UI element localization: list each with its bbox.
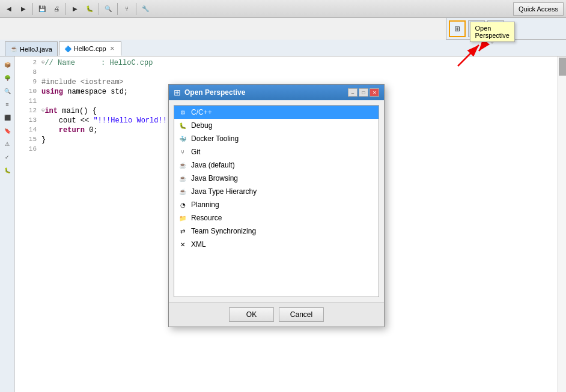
persp-item-label-planning: Planning bbox=[191, 201, 219, 209]
persp-item-label-java_default: Java (default) bbox=[191, 161, 235, 169]
persp-item-icon-java_default: ☕ bbox=[178, 160, 187, 170]
dialog-minimize-button[interactable]: – bbox=[348, 88, 358, 97]
open-perspective-dialog[interactable]: ⊞ Open Perspective – □ ✕ ⚙C/C++🐛Debug🐳Do… bbox=[168, 84, 385, 327]
tab-helloc[interactable]: 🔷 HelloC.cpp ✕ bbox=[59, 41, 121, 56]
sidebar-icon-hierarchy[interactable]: 🌳 bbox=[1, 72, 13, 84]
toolbar-btn-tools[interactable]: 🔧 bbox=[139, 2, 152, 16]
dialog-title: Open Perspective bbox=[184, 88, 245, 97]
quick-access-button[interactable]: Quick Access bbox=[513, 2, 564, 16]
tab-bar: ☕ HelloJ.java 🔷 HelloC.cpp ✕ bbox=[0, 40, 566, 56]
open-perspective-tooltip: Open Perspective bbox=[470, 22, 515, 42]
sidebar-icon-search[interactable]: 🔍 bbox=[1, 85, 13, 97]
line-2: 2 ⊕ // Name : HelloC.cpp bbox=[20, 59, 553, 68]
sidebar-icon-tasks[interactable]: ✓ bbox=[1, 151, 13, 163]
persp-item-label-cpp: C/C++ bbox=[191, 108, 212, 116]
persp-item-icon-debug: 🐛 bbox=[178, 121, 187, 130]
persp-item-icon-java_browsing: ☕ bbox=[178, 173, 187, 183]
persp-item-icon-java_type: ☕ bbox=[178, 187, 187, 196]
sidebar-icon-outline[interactable]: ≡ bbox=[1, 98, 13, 110]
persp-item-icon-git: ⑂ bbox=[178, 147, 187, 157]
persp-item-label-resource: Resource bbox=[191, 214, 222, 222]
persp-item-label-java_type: Java Type Hierarchy bbox=[191, 187, 257, 196]
sidebar-icon-package[interactable]: 📦 bbox=[1, 59, 13, 71]
dialog-footer: OK Cancel bbox=[169, 302, 384, 327]
helloc-label: HelloC.cpp bbox=[74, 45, 106, 52]
persp-item-git[interactable]: ⑂Git bbox=[174, 145, 379, 158]
dialog-titlebar: ⊞ Open Perspective – □ ✕ bbox=[169, 85, 384, 100]
dialog-close-button[interactable]: ✕ bbox=[370, 88, 379, 97]
perspective-list[interactable]: ⚙C/C++🐛Debug🐳Docker Tooling⑂Git☕Java (de… bbox=[174, 105, 379, 297]
toolbar-btn-debug[interactable]: 🐛 bbox=[83, 2, 96, 16]
ok-button[interactable]: OK bbox=[229, 307, 274, 322]
persp-item-docker[interactable]: 🐳Docker Tooling bbox=[174, 132, 379, 145]
helloj-icon: ☕ bbox=[10, 46, 17, 52]
persp-item-label-xml: XML bbox=[191, 240, 206, 249]
toolbar-btn-back[interactable]: ◀ bbox=[2, 2, 16, 16]
tab-helloj[interactable]: ☕ HelloJ.java bbox=[5, 41, 58, 56]
toolbar-btn-search[interactable]: 🔍 bbox=[102, 2, 115, 16]
persp-item-label-git: Git bbox=[191, 148, 200, 156]
sidebar-icon-debug[interactable]: 🐛 bbox=[1, 164, 13, 176]
dialog-maximize-button[interactable]: □ bbox=[359, 88, 368, 97]
persp-item-label-team_sync: Team Synchronizing bbox=[191, 227, 256, 235]
left-sidebar: 📦 🌳 🔍 ≡ ⬛ 🔖 ⚠ ✓ 🐛 bbox=[0, 56, 15, 392]
helloc-icon: 🔷 bbox=[64, 46, 72, 52]
dialog-title-icon: ⊞ bbox=[174, 88, 181, 97]
editor-scrollbar[interactable] bbox=[558, 56, 566, 392]
persp-item-icon-team_sync: ⇄ bbox=[178, 226, 187, 236]
persp-item-icon-resource: 📁 bbox=[178, 213, 187, 223]
persp-item-java_browsing[interactable]: ☕Java Browsing bbox=[174, 172, 379, 185]
toolbar-btn-fwd[interactable]: ▶ bbox=[17, 2, 30, 16]
toolbar-right: Quick Access bbox=[513, 2, 564, 16]
persp-item-label-debug: Debug bbox=[191, 121, 212, 130]
dialog-body: ⚙C/C++🐛Debug🐳Docker Tooling⑂Git☕Java (de… bbox=[169, 100, 384, 302]
helloc-close-button[interactable]: ✕ bbox=[109, 45, 116, 52]
persp-item-label-docker: Docker Tooling bbox=[191, 134, 239, 143]
persp-item-cpp[interactable]: ⚙C/C++ bbox=[174, 106, 379, 119]
toolbar-btn-print[interactable]: 🖨 bbox=[50, 2, 63, 16]
toolbar-btn-run[interactable]: ▶ bbox=[68, 2, 82, 16]
helloj-label: HelloJ.java bbox=[20, 46, 52, 53]
persp-item-xml[interactable]: ✕XML bbox=[174, 238, 379, 251]
sep3 bbox=[99, 3, 99, 15]
persp-item-java_type[interactable]: ☕Java Type Hierarchy bbox=[174, 185, 379, 198]
persp-item-icon-docker: 🐳 bbox=[178, 134, 187, 143]
sep1 bbox=[32, 3, 33, 15]
persp-item-label-java_browsing: Java Browsing bbox=[191, 174, 238, 182]
persp-item-debug[interactable]: 🐛Debug bbox=[174, 119, 379, 132]
persp-item-planning[interactable]: ◔Planning bbox=[174, 198, 379, 211]
line-8: 8 bbox=[20, 68, 553, 78]
persp-item-icon-planning: ◔ bbox=[178, 200, 187, 210]
sidebar-icon-console[interactable]: ⬛ bbox=[1, 112, 13, 124]
cancel-button[interactable]: Cancel bbox=[279, 307, 324, 322]
sidebar-icon-problems[interactable]: ⚠ bbox=[1, 138, 13, 150]
persp-item-java_default[interactable]: ☕Java (default) bbox=[174, 158, 379, 172]
open-perspective-icon: ⊞ bbox=[454, 25, 460, 33]
sidebar-icon-bookmark[interactable]: 🔖 bbox=[1, 125, 13, 137]
main-toolbar: ◀ ▶ 💾 🖨 ▶ 🐛 🔍 ⑂ 🔧 Quick Access bbox=[0, 0, 566, 18]
open-perspective-button[interactable]: ⊞ bbox=[449, 20, 466, 37]
sep5 bbox=[136, 3, 136, 15]
persp-item-icon-cpp: ⚙ bbox=[178, 107, 187, 117]
toolbar-btn-save[interactable]: 💾 bbox=[35, 2, 49, 16]
dialog-controls: – □ ✕ bbox=[348, 88, 379, 97]
persp-item-team_sync[interactable]: ⇄Team Synchronizing bbox=[174, 225, 379, 238]
persp-item-icon-xml: ✕ bbox=[178, 240, 187, 249]
persp-item-resource[interactable]: 📁Resource bbox=[174, 211, 379, 225]
sep4 bbox=[117, 3, 118, 15]
sep2 bbox=[65, 3, 66, 15]
toolbar-btn-git[interactable]: ⑂ bbox=[120, 2, 133, 16]
